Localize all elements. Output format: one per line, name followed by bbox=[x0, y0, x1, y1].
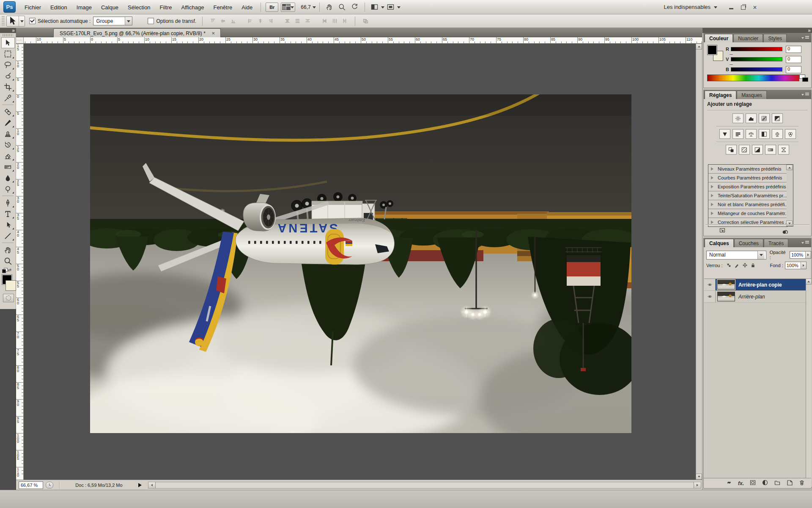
zoom-level-dropdown-icon[interactable] bbox=[313, 6, 316, 10]
scroll-down-button[interactable] bbox=[786, 221, 793, 226]
pen-tool[interactable] bbox=[1, 197, 15, 208]
preset-row[interactable]: Exposition Paramètres prédéfinis bbox=[708, 182, 787, 191]
layer-visibility-toggle[interactable] bbox=[704, 279, 716, 290]
gradient-tool[interactable] bbox=[1, 161, 15, 172]
eyedropper-tool[interactable] bbox=[1, 92, 15, 103]
show-transform-controls-checkbox[interactable] bbox=[148, 18, 154, 24]
black-swatch[interactable] bbox=[802, 77, 808, 82]
new-layer-button[interactable] bbox=[786, 479, 793, 487]
ruler-origin-corner[interactable] bbox=[16, 37, 24, 44]
zoom-level-value[interactable]: 66,7 bbox=[301, 4, 310, 10]
slider-value-field[interactable]: 0 bbox=[786, 56, 801, 63]
marquee-tool[interactable] bbox=[1, 48, 15, 59]
scroll-up-button[interactable] bbox=[806, 279, 812, 284]
brush-tool[interactable] bbox=[1, 117, 15, 128]
layer-body[interactable]: Arrière-plan bbox=[716, 291, 806, 302]
adjustment-vibrance[interactable] bbox=[719, 129, 730, 139]
path-selection-tool[interactable] bbox=[1, 219, 15, 230]
lock-position-button[interactable] bbox=[742, 262, 748, 269]
adjustment-exposure[interactable] bbox=[772, 113, 783, 123]
layer-style-button[interactable]: fx. bbox=[738, 480, 744, 486]
menu-aide[interactable]: Aide bbox=[237, 0, 257, 14]
view-extras-button[interactable] bbox=[281, 3, 295, 12]
adjustment-threshold[interactable] bbox=[752, 145, 763, 155]
close-button[interactable]: × bbox=[752, 5, 758, 10]
preset-row[interactable]: Noir et blanc Paramètres prédéfi... bbox=[708, 200, 787, 209]
auto-select-target-dropdown[interactable]: Groupe bbox=[93, 17, 132, 25]
canvas-area[interactable]: SATENA Embraer bbox=[24, 44, 696, 480]
close-tab-icon[interactable]: × bbox=[211, 30, 216, 36]
preset-row[interactable]: Courbes Paramètres prédéfinis bbox=[708, 174, 787, 182]
link-layers-button[interactable] bbox=[726, 479, 732, 487]
rotate-view-button[interactable] bbox=[350, 3, 360, 12]
dodge-tool[interactable] bbox=[1, 183, 15, 194]
slider-value-field[interactable]: 0 bbox=[786, 66, 801, 73]
vertical-scrollbar[interactable] bbox=[696, 44, 702, 480]
tab-nuancier[interactable]: Nuancier bbox=[733, 34, 763, 42]
menu-fichier[interactable]: Fichier bbox=[20, 0, 46, 14]
crop-tool[interactable] bbox=[1, 81, 15, 92]
lasso-tool[interactable] bbox=[1, 59, 15, 70]
canvas-image[interactable]: SATENA Embraer bbox=[90, 94, 631, 433]
expand-triangle-icon[interactable] bbox=[711, 167, 715, 171]
adjustment-color-balance[interactable] bbox=[746, 129, 757, 139]
status-options-arrow-icon[interactable] bbox=[138, 483, 144, 487]
hand-tool[interactable] bbox=[1, 244, 15, 255]
adjustment-selective-color[interactable] bbox=[778, 145, 789, 155]
zoom-tool[interactable] bbox=[1, 255, 15, 266]
layer-row[interactable]: Arrière-plan bbox=[704, 291, 806, 303]
layers-scrollbar[interactable] bbox=[806, 279, 812, 487]
expand-triangle-icon[interactable] bbox=[711, 194, 715, 197]
layer-visibility-toggle[interactable] bbox=[704, 291, 716, 302]
preset-row[interactable]: Teinte/Saturation Paramètres pr... bbox=[708, 191, 787, 200]
add-layer-mask-button[interactable] bbox=[749, 479, 756, 487]
tab-styles[interactable]: Styles bbox=[763, 34, 787, 42]
auto-select-checkbox[interactable] bbox=[29, 18, 36, 24]
launch-bridge-button[interactable]: Br bbox=[266, 3, 278, 12]
color-spectrum-ramp[interactable] bbox=[707, 75, 799, 81]
adjustment-gradient-map[interactable] bbox=[765, 145, 776, 155]
zoom-tool-button[interactable] bbox=[337, 3, 347, 12]
slider-arrow-icon[interactable] bbox=[807, 254, 810, 256]
horizontal-ruler[interactable]: 1050510152025303540455055606570758085909… bbox=[24, 37, 702, 44]
current-tool-button[interactable] bbox=[6, 16, 25, 27]
layer-thumbnail[interactable] bbox=[717, 292, 735, 301]
new-group-button[interactable] bbox=[774, 479, 781, 487]
workspace-switcher[interactable]: Les indispensables bbox=[664, 4, 717, 10]
adjustment-curves[interactable] bbox=[759, 113, 770, 123]
slider-thumb[interactable] bbox=[730, 50, 733, 54]
lock-image-pixels-button[interactable] bbox=[734, 262, 740, 269]
lock-transparent-pixels-button[interactable] bbox=[726, 262, 732, 269]
preset-row[interactable]: Niveaux Paramètres prédéfinis bbox=[708, 165, 787, 174]
layer-row[interactable]: Arrière-plan copie bbox=[704, 279, 806, 291]
vertical-ruler[interactable]: 1 51 05051 01 52 02 53 03 54 04 55 05 56… bbox=[16, 44, 24, 480]
background-color-swatch[interactable] bbox=[5, 280, 16, 291]
tool-preset-dropdown[interactable] bbox=[19, 16, 25, 26]
options-bar-grip[interactable] bbox=[2, 16, 5, 26]
arrange-documents-button[interactable] bbox=[370, 3, 380, 12]
type-tool[interactable] bbox=[1, 208, 15, 219]
opacity-field[interactable]: 100% bbox=[790, 251, 811, 259]
tab-tracés[interactable]: Tracés bbox=[764, 239, 788, 247]
fill-field[interactable]: 100% bbox=[785, 262, 807, 269]
tab-calques[interactable]: Calques bbox=[705, 239, 734, 247]
lock-all-button[interactable] bbox=[750, 262, 756, 269]
expanded-view-button[interactable] bbox=[719, 227, 727, 234]
slider-thumb[interactable] bbox=[730, 60, 733, 64]
menu-edition[interactable]: Edition bbox=[46, 0, 72, 14]
horizontal-scrollbar[interactable] bbox=[148, 482, 701, 489]
menu-affichage[interactable]: Affichage bbox=[176, 0, 208, 14]
healing-brush-tool[interactable] bbox=[1, 106, 15, 117]
hand-tool-button[interactable] bbox=[324, 3, 335, 12]
move-tool[interactable] bbox=[1, 37, 15, 48]
slider-track[interactable] bbox=[731, 47, 782, 51]
menu-filtre[interactable]: Filtre bbox=[155, 0, 177, 14]
dock-collapse-strip[interactable]: » bbox=[702, 28, 812, 33]
presets-scrollbar[interactable] bbox=[787, 164, 793, 226]
blur-tool[interactable] bbox=[1, 172, 15, 183]
layer-body[interactable]: Arrière-plan copie bbox=[716, 279, 806, 290]
layer-thumbnail[interactable] bbox=[717, 280, 735, 290]
document-size-info[interactable]: Doc : 6,59 Mo/13,2 Mo bbox=[63, 483, 135, 488]
eraser-tool[interactable] bbox=[1, 150, 15, 161]
blend-mode-dropdown[interactable]: Normal bbox=[706, 251, 766, 260]
